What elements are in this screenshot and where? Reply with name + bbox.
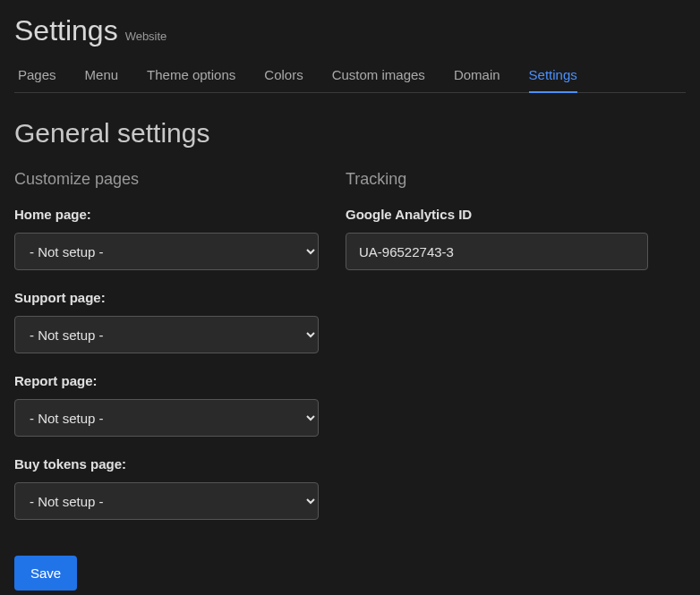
tab-colors[interactable]: Colors xyxy=(264,58,303,93)
customize-pages-column: Customize pages Home page: - Not setup -… xyxy=(14,170,319,591)
tracking-title: Tracking xyxy=(346,170,648,189)
support-page-label: Support page: xyxy=(14,290,319,305)
page-title: Settings xyxy=(14,14,118,47)
tracking-column: Tracking Google Analytics ID xyxy=(346,170,648,591)
customize-pages-title: Customize pages xyxy=(14,170,319,189)
tab-pages[interactable]: Pages xyxy=(18,58,56,93)
home-page-field: Home page: - Not setup - xyxy=(14,207,319,270)
page-header: Settings Website xyxy=(14,14,686,47)
support-page-field: Support page: - Not setup - xyxy=(14,290,319,353)
report-page-label: Report page: xyxy=(14,373,319,388)
tab-menu[interactable]: Menu xyxy=(85,58,119,93)
tab-settings[interactable]: Settings xyxy=(529,58,577,93)
page-subtitle: Website xyxy=(125,30,167,43)
tab-domain[interactable]: Domain xyxy=(454,58,500,93)
google-analytics-input[interactable] xyxy=(346,233,648,270)
support-page-select[interactable]: - Not setup - xyxy=(14,316,319,353)
tabs-nav: Pages Menu Theme options Colors Custom i… xyxy=(14,58,686,93)
home-page-label: Home page: xyxy=(14,207,319,222)
home-page-select[interactable]: - Not setup - xyxy=(14,233,319,270)
buy-tokens-page-label: Buy tokens page: xyxy=(14,456,319,472)
tab-theme-options[interactable]: Theme options xyxy=(147,58,235,93)
tab-custom-images[interactable]: Custom images xyxy=(332,58,425,93)
report-page-select[interactable]: - Not setup - xyxy=(14,399,319,437)
buy-tokens-page-select[interactable]: - Not setup - xyxy=(14,482,319,520)
google-analytics-label: Google Analytics ID xyxy=(346,207,648,222)
buy-tokens-page-field: Buy tokens page: - Not setup - xyxy=(14,456,319,520)
save-button[interactable]: Save xyxy=(14,556,77,591)
content-columns: Customize pages Home page: - Not setup -… xyxy=(14,170,686,591)
report-page-field: Report page: - Not setup - xyxy=(14,373,319,437)
google-analytics-field: Google Analytics ID xyxy=(346,207,648,270)
section-title: General settings xyxy=(14,118,686,149)
